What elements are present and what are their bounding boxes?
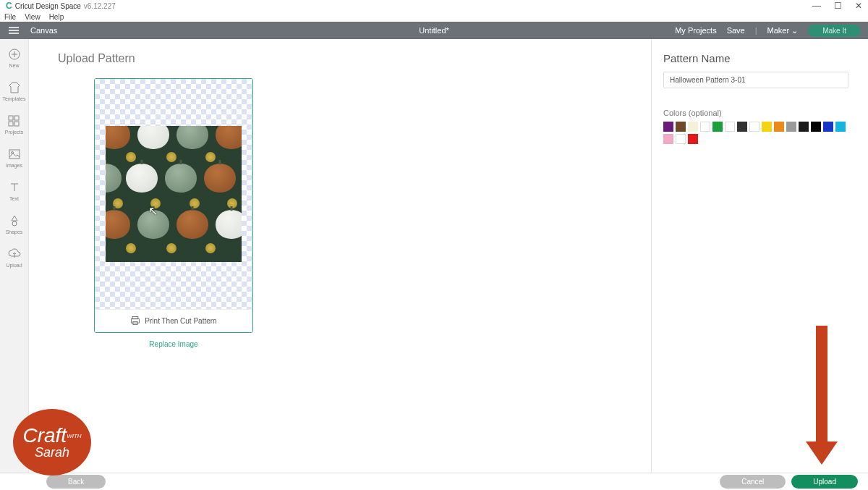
svg-rect-2 xyxy=(14,116,19,120)
separator: | xyxy=(755,26,757,35)
sidebar-item-upload[interactable]: Upload xyxy=(6,248,22,268)
text-icon xyxy=(8,181,21,194)
color-swatch[interactable] xyxy=(835,122,846,132)
svg-rect-4 xyxy=(14,122,19,126)
sidebar-item-images[interactable]: Images xyxy=(6,148,22,168)
app-version: v6.12.227 xyxy=(84,2,116,10)
app-header: Canvas Untitled* My Projects Save | Make… xyxy=(0,22,868,39)
upload-icon xyxy=(8,248,21,261)
pattern-preview-card[interactable]: Print Then Cut Pattern xyxy=(94,78,253,333)
color-swatch[interactable] xyxy=(688,134,698,144)
sidebar-item-text[interactable]: Text xyxy=(8,181,21,201)
transparency-background xyxy=(95,79,252,309)
left-sidebar: New Templates Projects Images Text Shape… xyxy=(0,39,29,473)
color-swatch[interactable] xyxy=(663,122,673,132)
color-swatch[interactable] xyxy=(737,122,747,132)
color-swatch[interactable] xyxy=(663,134,673,144)
document-title: Untitled* xyxy=(419,26,449,35)
printer-icon xyxy=(130,316,140,327)
app-title: Cricut Design Space xyxy=(15,2,81,10)
image-icon xyxy=(8,148,21,161)
color-swatch[interactable] xyxy=(799,122,809,132)
color-swatch[interactable] xyxy=(774,122,784,132)
sidebar-item-projects[interactable]: Projects xyxy=(5,114,23,135)
canvas-label[interactable]: Canvas xyxy=(30,26,57,35)
svg-rect-1 xyxy=(9,116,13,120)
svg-rect-5 xyxy=(9,150,20,159)
plus-circle-icon xyxy=(8,48,21,61)
window-titlebar: C Cricut Design Space v6.12.227 — ☐ ✕ xyxy=(0,0,868,12)
my-projects-link[interactable]: My Projects xyxy=(675,26,716,35)
menu-file[interactable]: File xyxy=(4,13,16,21)
machine-selector[interactable]: Maker ⌄ xyxy=(767,26,799,35)
close-icon[interactable]: ✕ xyxy=(855,1,862,11)
color-swatch[interactable] xyxy=(712,122,723,132)
color-swatch[interactable] xyxy=(700,122,710,132)
preview-caption: Print Then Cut Pattern xyxy=(95,309,252,332)
color-swatch[interactable] xyxy=(811,122,821,132)
svg-rect-9 xyxy=(132,318,140,322)
cancel-button[interactable]: Cancel xyxy=(720,475,786,489)
maximize-icon[interactable]: ☐ xyxy=(834,1,842,11)
hamburger-icon[interactable] xyxy=(9,27,19,34)
svg-rect-8 xyxy=(132,316,138,318)
svg-point-7 xyxy=(12,221,17,226)
properties-panel: Pattern Name Colors (optional) xyxy=(651,39,868,473)
color-swatch[interactable] xyxy=(688,122,698,132)
save-link[interactable]: Save xyxy=(727,26,745,35)
shapes-icon xyxy=(8,214,21,227)
color-swatch[interactable] xyxy=(823,122,833,132)
color-swatch[interactable] xyxy=(762,122,772,132)
menu-view[interactable]: View xyxy=(25,13,41,21)
shirt-icon xyxy=(8,81,21,94)
color-swatch[interactable] xyxy=(725,122,735,132)
sidebar-item-templates[interactable]: Templates xyxy=(3,81,26,101)
app-logo-icon: C xyxy=(6,1,12,11)
menu-bar: File View Help xyxy=(0,12,868,22)
color-swatch[interactable] xyxy=(676,134,686,144)
pattern-image xyxy=(106,126,242,262)
make-it-button[interactable]: Make It xyxy=(808,25,861,37)
minimize-icon[interactable]: — xyxy=(812,1,821,11)
color-swatch[interactable] xyxy=(749,122,760,132)
main-panel: Upload Pattern xyxy=(29,39,651,473)
chevron-down-icon: ⌄ xyxy=(791,26,798,35)
back-button[interactable]: Back xyxy=(46,475,106,489)
replace-image-link[interactable]: Replace Image xyxy=(94,340,253,348)
menu-help[interactable]: Help xyxy=(49,13,64,21)
svg-rect-3 xyxy=(9,122,13,126)
color-swatches xyxy=(663,122,856,144)
sidebar-item-new[interactable]: New xyxy=(8,48,21,68)
upload-button[interactable]: Upload xyxy=(791,475,858,489)
color-swatch[interactable] xyxy=(676,122,686,132)
colors-label: Colors (optional) xyxy=(663,109,856,117)
pattern-name-input[interactable] xyxy=(663,72,848,88)
grid-icon xyxy=(7,114,20,127)
sidebar-item-shapes[interactable]: Shapes xyxy=(6,214,23,235)
pattern-name-label: Pattern Name xyxy=(663,52,856,64)
page-title: Upload Pattern xyxy=(58,52,622,65)
color-swatch[interactable] xyxy=(786,122,796,132)
footer-bar: Back Cancel Upload xyxy=(0,473,868,490)
